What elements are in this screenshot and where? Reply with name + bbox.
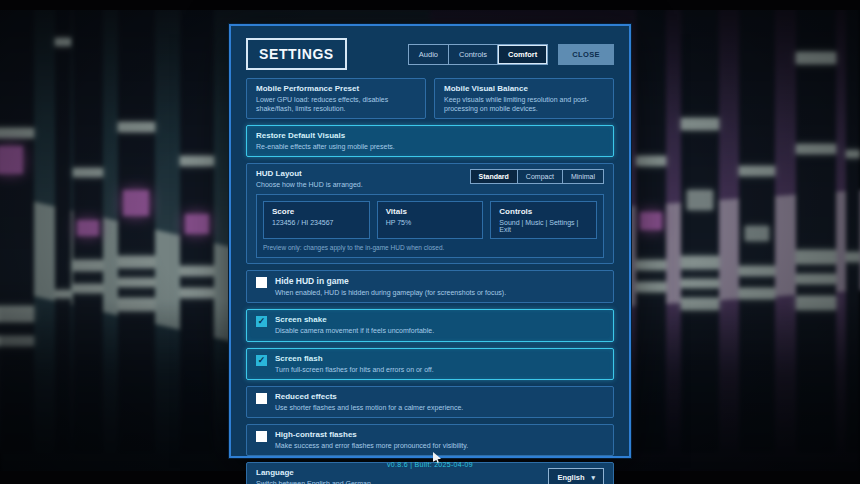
settings-panel: SETTINGS Audio Controls Comfort CLOSE Mo… bbox=[229, 24, 631, 458]
tab-audio[interactable]: Audio bbox=[409, 45, 449, 64]
language-title: Language bbox=[256, 468, 373, 477]
toggle-desc: Use shorter flashes and less motion for … bbox=[275, 403, 463, 412]
preview-title: Vitals bbox=[386, 207, 475, 216]
hud-option-compact[interactable]: Compact bbox=[518, 170, 563, 183]
section-title: HUD Layout bbox=[256, 169, 363, 178]
screen-flash-toggle-card[interactable]: ✓ Screen flash Turn full-screen flashes … bbox=[246, 348, 614, 380]
close-button[interactable]: CLOSE bbox=[558, 44, 614, 65]
check-icon: ✓ bbox=[258, 356, 266, 365]
language-select[interactable]: English ▾ bbox=[548, 468, 604, 484]
screen-shake-toggle-card[interactable]: ✓ Screen shake Disable camera movement i… bbox=[246, 309, 614, 341]
preview-title: Controls bbox=[499, 207, 588, 216]
toggle-title: Reduced effects bbox=[275, 392, 463, 401]
hud-layout-card: HUD Layout Choose how the HUD is arrange… bbox=[246, 163, 614, 264]
toggle-desc: Make success and error flashes more pron… bbox=[275, 441, 468, 450]
card-title: Restore Default Visuals bbox=[256, 131, 604, 140]
language-selected-value: English bbox=[557, 473, 584, 482]
toggle-desc: When enabled, HUD is hidden during gamep… bbox=[275, 288, 506, 297]
reduced-effects-checkbox[interactable]: ✓ bbox=[256, 393, 267, 404]
preview-value: HP 75% bbox=[386, 219, 475, 226]
restore-default-visuals-card[interactable]: Restore Default Visuals Re-enable effect… bbox=[246, 125, 614, 157]
toggle-text: Screen flash Turn full-screen flashes fo… bbox=[275, 354, 434, 374]
mobile-presets-row: Mobile Performance Preset Lower GPU load… bbox=[246, 78, 614, 119]
reduced-effects-toggle-card[interactable]: ✓ Reduced effects Use shorter flashes an… bbox=[246, 386, 614, 418]
language-desc: Switch between English and German. bbox=[256, 479, 373, 484]
hud-preview: Score 123456 / HI 234567 Vitals HP 75% C… bbox=[256, 194, 604, 258]
toggle-title: Hide HUD in game bbox=[275, 276, 506, 286]
language-text: Language Switch between English and Germ… bbox=[256, 468, 373, 484]
hud-preview-footnote: Preview only: changes apply to the in-ga… bbox=[263, 244, 597, 251]
hud-option-minimal[interactable]: Minimal bbox=[563, 170, 603, 183]
mobile-visual-balance-card[interactable]: Mobile Visual Balance Keep visuals while… bbox=[434, 78, 614, 119]
toggle-title: Screen shake bbox=[275, 315, 434, 324]
hud-preview-controls: Controls Sound | Music | Settings | Exit bbox=[490, 201, 597, 239]
card-desc: Lower GPU load: reduces effects, disable… bbox=[256, 95, 416, 113]
settings-tab-group: Audio Controls Comfort bbox=[408, 44, 548, 65]
screen-shake-checkbox[interactable]: ✓ bbox=[256, 316, 267, 327]
toggle-title: High-contrast flashes bbox=[275, 430, 468, 439]
panel-header: SETTINGS Audio Controls Comfort CLOSE bbox=[246, 38, 614, 70]
check-icon: ✓ bbox=[258, 317, 266, 326]
tab-controls[interactable]: Controls bbox=[449, 45, 498, 64]
hide-hud-checkbox[interactable]: ✓ bbox=[256, 277, 267, 288]
tab-comfort[interactable]: Comfort bbox=[498, 45, 547, 64]
mobile-performance-preset-card[interactable]: Mobile Performance Preset Lower GPU load… bbox=[246, 78, 426, 119]
toggle-desc: Turn full-screen flashes for hits and er… bbox=[275, 365, 434, 374]
card-title: Mobile Visual Balance bbox=[444, 84, 604, 93]
card-title: Mobile Performance Preset bbox=[256, 84, 416, 93]
header-actions: Audio Controls Comfort CLOSE bbox=[408, 44, 614, 65]
hud-layout-option-group: Standard Compact Minimal bbox=[470, 169, 604, 184]
toggle-text: Hide HUD in game When enabled, HUD is hi… bbox=[275, 276, 506, 297]
high-contrast-flashes-toggle-card[interactable]: ✓ High-contrast flashes Make success and… bbox=[246, 424, 614, 456]
section-subtitle: Choose how the HUD is arranged. bbox=[256, 180, 363, 189]
toggle-desc: Disable camera movement if it feels unco… bbox=[275, 326, 434, 335]
hud-preview-row: Score 123456 / HI 234567 Vitals HP 75% C… bbox=[263, 201, 597, 239]
preview-title: Score bbox=[272, 207, 361, 216]
card-desc: Re-enable effects after using mobile pre… bbox=[256, 142, 604, 151]
card-desc: Keep visuals while limiting resolution a… bbox=[444, 95, 604, 113]
hud-option-standard[interactable]: Standard bbox=[471, 170, 518, 183]
hud-preview-score: Score 123456 / HI 234567 bbox=[263, 201, 370, 239]
chevron-down-icon: ▾ bbox=[591, 474, 595, 482]
hide-hud-toggle-card[interactable]: ✓ Hide HUD in game When enabled, HUD is … bbox=[246, 270, 614, 303]
toggle-text: Reduced effects Use shorter flashes and … bbox=[275, 392, 463, 412]
high-contrast-flashes-checkbox[interactable]: ✓ bbox=[256, 431, 267, 442]
toggle-text: High-contrast flashes Make success and e… bbox=[275, 430, 468, 450]
toggle-text: Screen shake Disable camera movement if … bbox=[275, 315, 434, 335]
version-text: v0.8.6 | Built: 2025-04-09 bbox=[229, 461, 631, 468]
screen-flash-checkbox[interactable]: ✓ bbox=[256, 355, 267, 366]
toggle-title: Screen flash bbox=[275, 354, 434, 363]
page-title: SETTINGS bbox=[246, 38, 347, 70]
hud-preview-vitals: Vitals HP 75% bbox=[377, 201, 484, 239]
letterbox-top bbox=[0, 0, 860, 10]
preview-value: 123456 / HI 234567 bbox=[272, 219, 361, 226]
hud-layout-heading: HUD Layout Choose how the HUD is arrange… bbox=[256, 169, 363, 189]
preview-value: Sound | Music | Settings | Exit bbox=[499, 219, 588, 233]
game-screen: SETTINGS Audio Controls Comfort CLOSE Mo… bbox=[0, 0, 860, 484]
hud-layout-header: HUD Layout Choose how the HUD is arrange… bbox=[256, 169, 604, 189]
